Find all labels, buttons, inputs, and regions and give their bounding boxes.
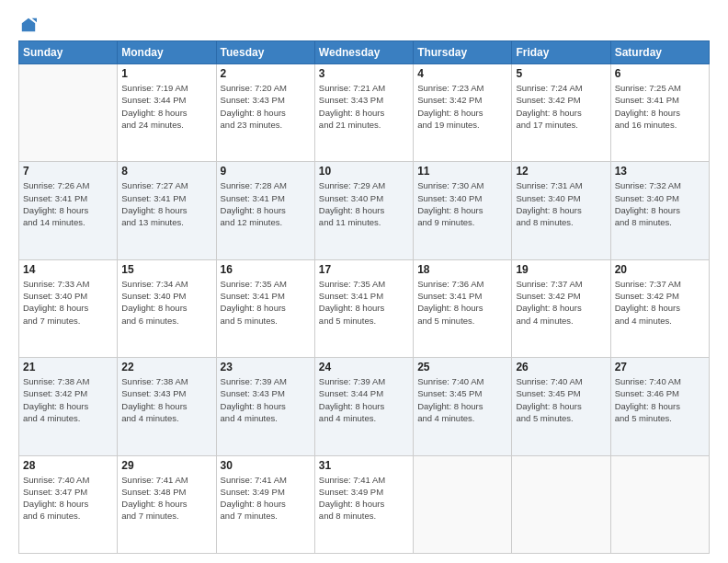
- day-info: Sunrise: 7:38 AM Sunset: 3:42 PM Dayligh…: [23, 375, 113, 424]
- day-info: Sunrise: 7:26 AM Sunset: 3:41 PM Dayligh…: [23, 179, 113, 228]
- day-number: 14: [23, 263, 113, 276]
- day-number: 22: [121, 361, 211, 373]
- calendar-cell: [19, 64, 118, 162]
- logo-icon: [20, 17, 37, 33]
- day-number: 11: [417, 165, 507, 178]
- calendar-cell: 26Sunrise: 7:40 AM Sunset: 3:45 PM Dayli…: [512, 358, 610, 455]
- day-info: Sunrise: 7:28 AM Sunset: 3:41 PM Dayligh…: [221, 179, 311, 228]
- calendar-cell: [414, 455, 512, 553]
- day-number: 4: [417, 67, 507, 80]
- calendar-cell: 17Sunrise: 7:35 AM Sunset: 3:41 PM Dayli…: [314, 259, 413, 357]
- day-info: Sunrise: 7:40 AM Sunset: 3:46 PM Dayligh…: [615, 375, 705, 424]
- day-number: 6: [615, 67, 705, 80]
- day-number: 23: [221, 361, 311, 373]
- day-number: 24: [319, 361, 409, 373]
- calendar-cell: 16Sunrise: 7:35 AM Sunset: 3:41 PM Dayli…: [216, 259, 314, 357]
- day-info: Sunrise: 7:41 AM Sunset: 3:49 PM Dayligh…: [221, 474, 311, 523]
- calendar-cell: 24Sunrise: 7:39 AM Sunset: 3:44 PM Dayli…: [314, 358, 413, 455]
- day-number: 17: [319, 263, 409, 276]
- day-info: Sunrise: 7:20 AM Sunset: 3:43 PM Dayligh…: [221, 82, 311, 131]
- calendar-cell: 21Sunrise: 7:38 AM Sunset: 3:42 PM Dayli…: [19, 358, 118, 455]
- calendar-week-row: 7Sunrise: 7:26 AM Sunset: 3:41 PM Daylig…: [19, 162, 710, 259]
- day-info: Sunrise: 7:19 AM Sunset: 3:44 PM Dayligh…: [121, 82, 211, 131]
- day-number: 15: [121, 263, 211, 276]
- day-info: Sunrise: 7:40 AM Sunset: 3:45 PM Dayligh…: [417, 375, 507, 424]
- day-number: 29: [121, 459, 211, 472]
- calendar-week-row: 14Sunrise: 7:33 AM Sunset: 3:40 PM Dayli…: [19, 259, 710, 357]
- calendar-cell: [610, 455, 709, 553]
- day-number: 25: [417, 361, 507, 373]
- calendar-cell: 28Sunrise: 7:40 AM Sunset: 3:47 PM Dayli…: [19, 455, 118, 553]
- day-info: Sunrise: 7:31 AM Sunset: 3:40 PM Dayligh…: [516, 179, 606, 228]
- header: [18, 17, 710, 33]
- day-number: 28: [23, 459, 113, 472]
- calendar-table: SundayMondayTuesdayWednesdayThursdayFrid…: [18, 40, 710, 554]
- day-info: Sunrise: 7:34 AM Sunset: 3:40 PM Dayligh…: [121, 278, 211, 327]
- calendar-cell: 20Sunrise: 7:37 AM Sunset: 3:42 PM Dayli…: [610, 259, 709, 357]
- calendar-header-saturday: Saturday: [610, 41, 709, 64]
- day-info: Sunrise: 7:40 AM Sunset: 3:47 PM Dayligh…: [23, 474, 113, 523]
- calendar-cell: 5Sunrise: 7:24 AM Sunset: 3:42 PM Daylig…: [512, 64, 610, 162]
- calendar-cell: 3Sunrise: 7:21 AM Sunset: 3:43 PM Daylig…: [314, 64, 413, 162]
- calendar-header-row: SundayMondayTuesdayWednesdayThursdayFrid…: [19, 41, 710, 64]
- day-number: 31: [319, 459, 409, 472]
- day-info: Sunrise: 7:25 AM Sunset: 3:41 PM Dayligh…: [615, 82, 705, 131]
- day-number: 27: [615, 361, 705, 373]
- day-info: Sunrise: 7:24 AM Sunset: 3:42 PM Dayligh…: [516, 82, 606, 131]
- day-info: Sunrise: 7:23 AM Sunset: 3:42 PM Dayligh…: [417, 82, 507, 131]
- calendar-cell: 12Sunrise: 7:31 AM Sunset: 3:40 PM Dayli…: [512, 162, 610, 259]
- day-number: 10: [319, 165, 409, 178]
- calendar-cell: 10Sunrise: 7:29 AM Sunset: 3:40 PM Dayli…: [314, 162, 413, 259]
- day-info: Sunrise: 7:39 AM Sunset: 3:44 PM Dayligh…: [319, 375, 409, 424]
- calendar-cell: [512, 455, 610, 553]
- calendar-cell: 22Sunrise: 7:38 AM Sunset: 3:43 PM Dayli…: [118, 358, 216, 455]
- calendar-week-row: 28Sunrise: 7:40 AM Sunset: 3:47 PM Dayli…: [19, 455, 710, 553]
- calendar-header-monday: Monday: [118, 41, 216, 64]
- day-number: 26: [516, 361, 606, 373]
- day-number: 19: [516, 263, 606, 276]
- calendar-header-sunday: Sunday: [19, 41, 118, 64]
- day-info: Sunrise: 7:33 AM Sunset: 3:40 PM Dayligh…: [23, 278, 113, 327]
- calendar-cell: 6Sunrise: 7:25 AM Sunset: 3:41 PM Daylig…: [610, 64, 709, 162]
- day-number: 1: [121, 67, 211, 80]
- calendar-cell: 9Sunrise: 7:28 AM Sunset: 3:41 PM Daylig…: [216, 162, 314, 259]
- calendar-cell: 4Sunrise: 7:23 AM Sunset: 3:42 PM Daylig…: [414, 64, 512, 162]
- calendar-header-wednesday: Wednesday: [314, 41, 413, 64]
- day-number: 8: [121, 165, 211, 178]
- calendar-cell: 14Sunrise: 7:33 AM Sunset: 3:40 PM Dayli…: [19, 259, 118, 357]
- day-info: Sunrise: 7:35 AM Sunset: 3:41 PM Dayligh…: [221, 278, 311, 327]
- day-info: Sunrise: 7:39 AM Sunset: 3:43 PM Dayligh…: [221, 375, 311, 424]
- day-number: 3: [319, 67, 409, 80]
- calendar-header-tuesday: Tuesday: [216, 41, 314, 64]
- day-number: 2: [221, 67, 311, 80]
- day-info: Sunrise: 7:36 AM Sunset: 3:41 PM Dayligh…: [417, 278, 507, 327]
- day-number: 5: [516, 67, 606, 80]
- calendar-header-friday: Friday: [512, 41, 610, 64]
- day-info: Sunrise: 7:27 AM Sunset: 3:41 PM Dayligh…: [121, 179, 211, 228]
- day-number: 9: [221, 165, 311, 178]
- day-number: 30: [221, 459, 311, 472]
- page: SundayMondayTuesdayWednesdayThursdayFrid…: [0, 0, 728, 563]
- calendar-header-thursday: Thursday: [414, 41, 512, 64]
- calendar-cell: 2Sunrise: 7:20 AM Sunset: 3:43 PM Daylig…: [216, 64, 314, 162]
- day-info: Sunrise: 7:30 AM Sunset: 3:40 PM Dayligh…: [417, 179, 507, 228]
- calendar-cell: 11Sunrise: 7:30 AM Sunset: 3:40 PM Dayli…: [414, 162, 512, 259]
- calendar-cell: 23Sunrise: 7:39 AM Sunset: 3:43 PM Dayli…: [216, 358, 314, 455]
- calendar-cell: 18Sunrise: 7:36 AM Sunset: 3:41 PM Dayli…: [414, 259, 512, 357]
- day-info: Sunrise: 7:29 AM Sunset: 3:40 PM Dayligh…: [319, 179, 409, 228]
- day-number: 18: [417, 263, 507, 276]
- day-info: Sunrise: 7:40 AM Sunset: 3:45 PM Dayligh…: [516, 375, 606, 424]
- calendar-cell: 15Sunrise: 7:34 AM Sunset: 3:40 PM Dayli…: [118, 259, 216, 357]
- day-info: Sunrise: 7:41 AM Sunset: 3:49 PM Dayligh…: [319, 474, 409, 523]
- calendar-cell: 1Sunrise: 7:19 AM Sunset: 3:44 PM Daylig…: [118, 64, 216, 162]
- calendar-cell: 30Sunrise: 7:41 AM Sunset: 3:49 PM Dayli…: [216, 455, 314, 553]
- day-number: 7: [23, 165, 113, 178]
- day-info: Sunrise: 7:41 AM Sunset: 3:48 PM Dayligh…: [121, 474, 211, 523]
- day-info: Sunrise: 7:32 AM Sunset: 3:40 PM Dayligh…: [615, 179, 705, 228]
- calendar-cell: 31Sunrise: 7:41 AM Sunset: 3:49 PM Dayli…: [314, 455, 413, 553]
- day-info: Sunrise: 7:35 AM Sunset: 3:41 PM Dayligh…: [319, 278, 409, 327]
- day-info: Sunrise: 7:37 AM Sunset: 3:42 PM Dayligh…: [615, 278, 705, 327]
- calendar-cell: 19Sunrise: 7:37 AM Sunset: 3:42 PM Dayli…: [512, 259, 610, 357]
- calendar-cell: 25Sunrise: 7:40 AM Sunset: 3:45 PM Dayli…: [414, 358, 512, 455]
- day-number: 16: [221, 263, 311, 276]
